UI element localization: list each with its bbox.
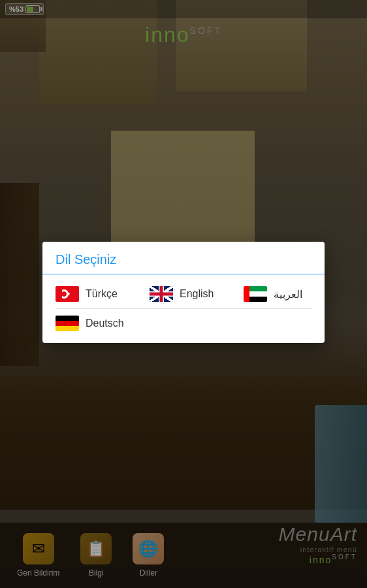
language-label-en: English (180, 288, 214, 300)
language-options: ★ Türkçe English (42, 274, 325, 343)
language-dialog: Dil Seçiniz ★ Türkçe Engl (42, 242, 325, 343)
flag-tr: ★ (56, 286, 79, 302)
language-option-en[interactable]: English (136, 280, 231, 308)
dialog-title: Dil Seçiniz (42, 242, 325, 274)
language-label-de: Deutsch (86, 318, 124, 329)
language-label-ar: العربية (274, 288, 302, 301)
language-option-ar[interactable]: العربية (231, 280, 325, 308)
language-row-2: Deutsch (42, 309, 325, 338)
language-row-1: ★ Türkçe English (42, 280, 325, 308)
flag-gb (150, 286, 173, 302)
language-option-de[interactable]: Deutsch (42, 309, 325, 338)
star-shape: ★ (67, 291, 71, 297)
language-option-tr[interactable]: ★ Türkçe (42, 280, 136, 308)
flag-ae (244, 286, 267, 302)
language-label-tr: Türkçe (86, 288, 118, 300)
flag-de (56, 316, 79, 331)
